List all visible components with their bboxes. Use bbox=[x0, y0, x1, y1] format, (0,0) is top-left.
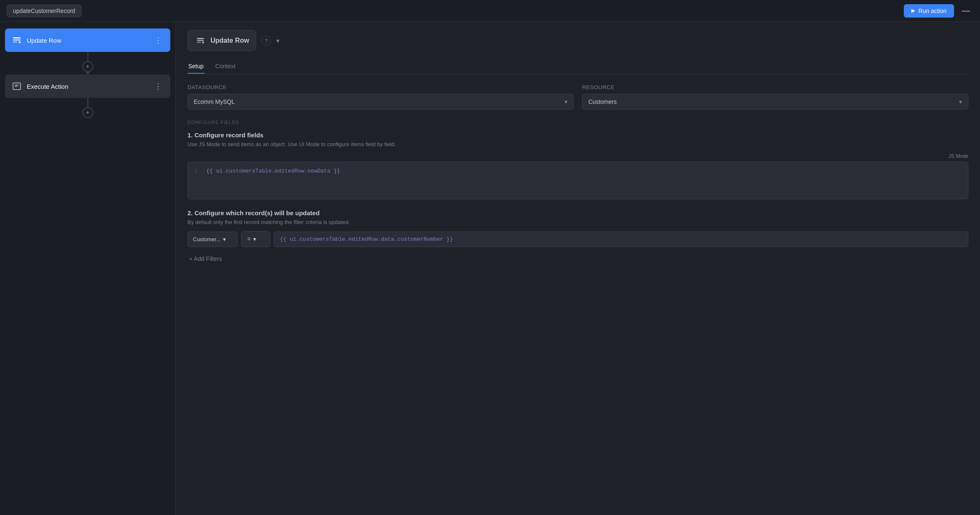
svg-rect-2 bbox=[13, 41, 17, 43]
execute-action-node[interactable]: Execute Action ⋮ bbox=[5, 75, 170, 98]
filter-value-text: {{ ui.customersTable.editedRow.data.cust… bbox=[280, 236, 453, 242]
run-action-button[interactable]: Run action bbox=[904, 4, 954, 18]
resource-select[interactable]: Customers ▾ bbox=[582, 94, 968, 110]
filter-field-chevron-icon: ▾ bbox=[223, 236, 226, 242]
svg-rect-1 bbox=[13, 39, 21, 41]
help-button[interactable]: ? bbox=[261, 36, 271, 46]
menu-button[interactable]: — bbox=[958, 4, 973, 17]
action-header-icon bbox=[195, 35, 206, 46]
top-bar: updateCustomerRecord Run action — bbox=[0, 0, 980, 22]
filter-row: Customer... ▾ = ▾ {{ ui.customersTable.e… bbox=[187, 231, 968, 247]
action-title-text: Update Row bbox=[210, 37, 249, 44]
update-row-icon bbox=[11, 34, 23, 46]
top-bar-actions: Run action — bbox=[904, 4, 973, 18]
step2-description: By default only the first record matchin… bbox=[187, 219, 968, 225]
step1-description: Use JS Mode to send items as an object. … bbox=[187, 141, 968, 147]
collapse-chevron-icon[interactable]: ▾ bbox=[276, 37, 280, 45]
datasource-select[interactable]: Ecomm MySQL ▾ bbox=[187, 94, 574, 110]
step1-code-content: {{ ui.customersTable.editedRow.newData }… bbox=[206, 168, 961, 193]
datasource-value: Ecomm MySQL bbox=[194, 98, 235, 105]
connector-line-2 bbox=[87, 98, 88, 107]
resource-group: Resource Customers ▾ bbox=[582, 84, 968, 110]
svg-rect-0 bbox=[13, 37, 21, 39]
filter-field-value: Customer... bbox=[193, 236, 221, 242]
code-close-bracket: }} bbox=[334, 168, 340, 174]
add-node-button-2[interactable]: + bbox=[82, 107, 93, 118]
main-layout: Update Row ⋮ + Execute Action ⋮ + bbox=[0, 22, 980, 515]
execute-action-menu-button[interactable]: ⋮ bbox=[152, 81, 164, 92]
update-row-menu-button[interactable]: ⋮ bbox=[152, 35, 164, 46]
js-mode-toggle[interactable]: JS Mode bbox=[187, 153, 968, 159]
add-node-button-1[interactable]: + bbox=[82, 61, 93, 72]
update-row-label: Update Row bbox=[27, 37, 62, 44]
code-variable: ui.customersTable.editedRow.newData bbox=[216, 168, 334, 174]
workflow-title: updateCustomerRecord bbox=[7, 5, 82, 17]
datasource-label: Datasource bbox=[187, 84, 574, 90]
execute-action-icon bbox=[11, 80, 23, 92]
filter-field-select[interactable]: Customer... ▾ bbox=[187, 232, 238, 247]
svg-rect-5 bbox=[197, 40, 204, 41]
step1-title: 1. Configure record fields bbox=[187, 131, 968, 139]
filter-operator-value: = bbox=[247, 236, 251, 242]
update-row-node[interactable]: Update Row ⋮ bbox=[5, 28, 170, 52]
step1-code-editor[interactable]: 1 {{ ui.customersTable.editedRow.newData… bbox=[187, 162, 968, 199]
execute-action-label: Execute Action bbox=[27, 83, 68, 90]
resource-chevron-icon: ▾ bbox=[959, 98, 962, 105]
svg-rect-4 bbox=[197, 38, 204, 39]
right-panel: Update Row ? ▾ Setup Context Datasource … bbox=[176, 22, 980, 515]
play-icon bbox=[911, 9, 915, 13]
filter-operator-chevron-icon: ▾ bbox=[253, 236, 256, 242]
svg-rect-6 bbox=[197, 42, 201, 43]
tabs: Setup Context bbox=[187, 59, 968, 74]
datasource-resource-row: Datasource Ecomm MySQL ▾ Resource Custom… bbox=[187, 84, 968, 110]
tab-context[interactable]: Context bbox=[215, 59, 236, 74]
tab-setup[interactable]: Setup bbox=[187, 59, 205, 74]
resource-label: Resource bbox=[582, 84, 968, 90]
datasource-chevron-icon: ▾ bbox=[564, 98, 567, 105]
add-filters-label: + Add Filters bbox=[189, 255, 222, 262]
action-header-title-box: Update Row bbox=[187, 30, 256, 51]
filter-value-field[interactable]: {{ ui.customersTable.editedRow.data.cust… bbox=[274, 232, 968, 247]
add-filters-button[interactable]: + Add Filters bbox=[187, 252, 223, 265]
configure-fields-section-label: CONFIGURE FIELDS bbox=[187, 120, 968, 125]
left-panel: Update Row ⋮ + Execute Action ⋮ + bbox=[0, 22, 176, 515]
run-button-label: Run action bbox=[918, 8, 947, 14]
action-header: Update Row ? ▾ bbox=[187, 30, 968, 51]
code-line-number: 1 bbox=[195, 168, 201, 193]
resource-value: Customers bbox=[588, 98, 617, 105]
connector-line-1 bbox=[87, 52, 88, 61]
step2-title: 2. Configure which record(s) will be upd… bbox=[187, 209, 968, 216]
datasource-group: Datasource Ecomm MySQL ▾ bbox=[187, 84, 574, 110]
code-open-bracket: {{ bbox=[206, 168, 213, 174]
filter-operator-select[interactable]: = ▾ bbox=[241, 231, 270, 247]
